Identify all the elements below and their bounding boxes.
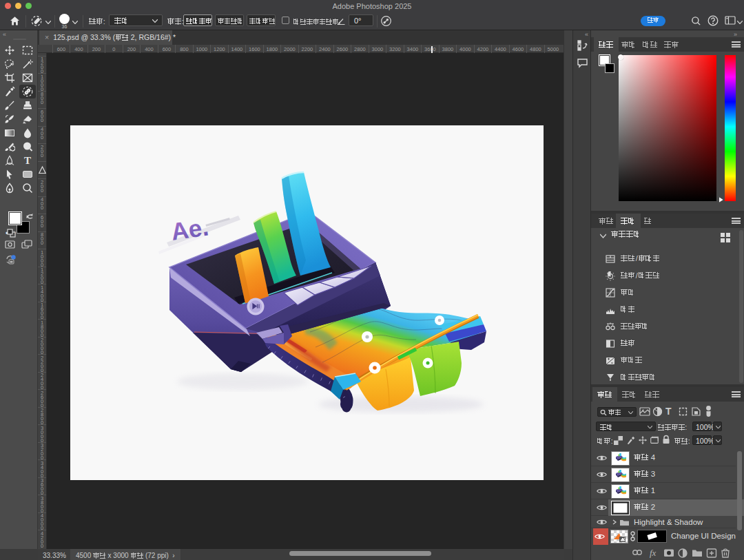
svg-text:fx: fx [650, 548, 657, 558]
svg-text:Ae.: Ae. [169, 214, 210, 245]
svg-text:T: T [24, 155, 31, 166]
